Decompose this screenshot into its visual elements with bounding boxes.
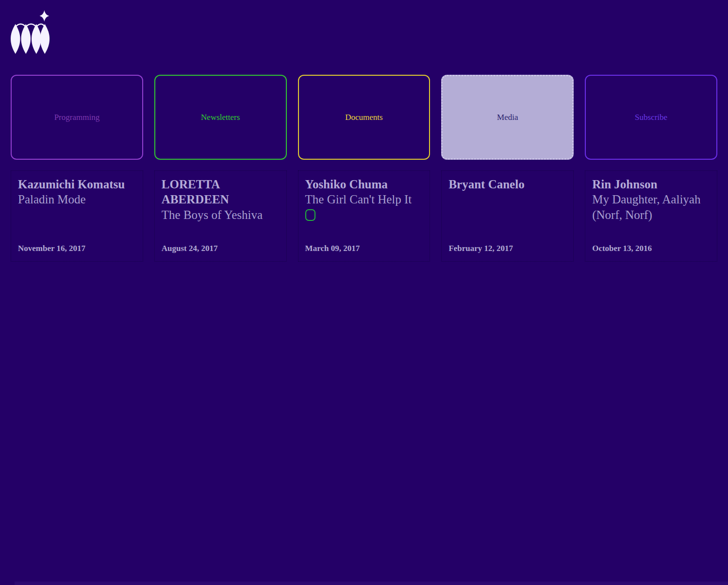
nav-item-programming[interactable]: Programming [11,75,143,160]
posts-list: Kazumichi Komatsu Paladin Mode November … [0,170,728,262]
post-card-body: Kazumichi Komatsu Paladin Mode [18,177,136,207]
post-card[interactable]: Bryant Canelo February 12, 2017 [441,170,574,262]
post-title: The Girl Can't Help It [305,192,423,207]
page: Programming Newsletters Documents Media … [0,0,728,585]
post-date: August 24, 2017 [162,244,280,253]
post-card[interactable]: Rin Johnson My Daughter, Aaliyah (Norf, … [585,170,717,262]
post-card-body: Rin Johnson My Daughter, Aaliyah (Norf, … [592,177,710,222]
nav-item-documents[interactable]: Documents [298,75,430,160]
green-rounded-square-icon [305,209,315,221]
nav-item-subscribe[interactable]: Subscribe [585,75,717,160]
nav-item-label: Newsletters [201,113,240,122]
home-logo-link[interactable] [11,7,728,59]
site-header [0,0,728,58]
post-card[interactable]: LORETTA ABERDEEN The Boys of Yeshiva Aug… [154,170,287,262]
post-artist: LORETTA ABERDEEN [162,177,280,207]
post-artist: Yoshiko Chuma [305,177,423,192]
post-card-body: Yoshiko Chuma The Girl Can't Help It [305,177,423,223]
nav-item-label: Media [497,113,518,122]
post-title: Paladin Mode [18,192,136,207]
nav-item-newsletters[interactable]: Newsletters [154,75,287,160]
post-card-body: LORETTA ABERDEEN The Boys of Yeshiva [162,177,280,222]
post-date: November 16, 2017 [18,244,136,253]
post-date: February 12, 2017 [448,244,566,253]
nav-item-media[interactable]: Media [441,75,574,160]
nav-item-label: Programming [54,113,100,122]
post-date: October 13, 2016 [592,244,710,253]
post-card-body: Bryant Canelo [448,177,566,192]
primary-nav: Programming Newsletters Documents Media … [0,75,728,160]
post-artist: Kazumichi Komatsu [18,177,136,192]
post-date: March 09, 2017 [305,244,423,253]
nav-item-label: Documents [345,113,382,122]
post-title: My Daughter, Aaliyah (Norf, Norf) [592,192,710,222]
post-card[interactable]: Kazumichi Komatsu Paladin Mode November … [11,170,143,262]
post-artist: Rin Johnson [592,177,710,192]
post-title: The Boys of Yeshiva [162,207,280,222]
horizontal-scrollbar[interactable] [15,582,728,585]
post-card[interactable]: Yoshiko Chuma The Girl Can't Help It Mar… [298,170,430,262]
nav-item-label: Subscribe [635,113,667,122]
post-artist: Bryant Canelo [448,177,566,192]
mi-blackletter-logo-icon [11,7,51,59]
